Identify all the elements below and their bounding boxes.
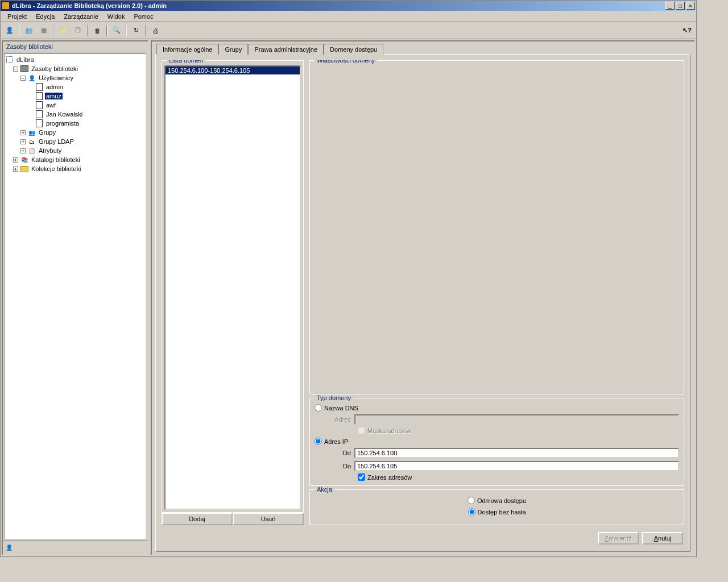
expand-icon[interactable]: + bbox=[20, 139, 26, 144]
tree-user-jan[interactable]: Jan Kowalski bbox=[6, 110, 144, 119]
expand-icon[interactable]: + bbox=[20, 148, 26, 153]
domain-list-legend: Lista domen bbox=[167, 60, 205, 64]
ip-radio[interactable] bbox=[315, 438, 322, 445]
search-icon[interactable]: 🔍 bbox=[110, 24, 123, 37]
expand-icon[interactable]: + bbox=[20, 130, 26, 135]
menu-zarzadzanie[interactable]: Zarządzanie bbox=[59, 12, 103, 21]
minimize-button[interactable]: _ bbox=[665, 2, 675, 10]
type-domain-fieldset: Typ domeny Nazwa DNS Adres bbox=[309, 398, 684, 486]
maximize-button[interactable]: □ bbox=[676, 2, 685, 10]
mask-checkbox bbox=[358, 427, 365, 434]
user-group-icon: 👤 bbox=[28, 74, 36, 82]
collapse-icon[interactable]: − bbox=[20, 76, 26, 81]
dlibra-icon bbox=[6, 56, 13, 63]
left-panel: Zasoby biblioteki dLibra − Zasoby biblio… bbox=[2, 40, 148, 555]
adres-input bbox=[354, 414, 679, 425]
cancel-button[interactable]: Anuluj bbox=[642, 532, 683, 544]
tree-zasoby[interactable]: − Zasoby biblioteki bbox=[6, 64, 144, 73]
props-legend: Właściwości domeny bbox=[315, 60, 377, 64]
confirm-button: Zatwierdź bbox=[598, 532, 639, 544]
catalog-icon: 📚 bbox=[20, 156, 28, 164]
type-legend: Typ domeny bbox=[315, 394, 353, 401]
document-icon bbox=[36, 83, 43, 91]
tree-kolekcje[interactable]: + Kolekcje biblioteki bbox=[6, 164, 144, 173]
properties-panel: Właściwości domeny Typ domeny Nazwa DNS … bbox=[309, 60, 684, 525]
deny-label: Odmowa dostępu bbox=[477, 497, 526, 504]
tree-atrybuty[interactable]: + 📋 Atrybuty bbox=[6, 146, 144, 155]
copy-icon: ❐ bbox=[71, 24, 85, 37]
tabs: Informacje ogólne Grupy Prawa administra… bbox=[155, 44, 690, 55]
collapse-icon[interactable]: − bbox=[13, 66, 18, 72]
app-icon bbox=[2, 2, 10, 10]
range-label: Zakres adresów bbox=[367, 474, 412, 481]
dialog-buttons: Zatwierdź Anuluj bbox=[162, 529, 684, 546]
user-icon: 👤 bbox=[5, 544, 13, 552]
group-icon: 👥 bbox=[28, 128, 36, 136]
expand-icon[interactable]: + bbox=[13, 157, 18, 163]
tree-user-amuz[interactable]: amuz bbox=[6, 92, 144, 101]
document-icon bbox=[36, 110, 43, 118]
ip-label: Adres IP bbox=[324, 438, 348, 445]
action-legend: Akcja bbox=[315, 486, 334, 493]
tab-groups[interactable]: Grupy bbox=[218, 44, 248, 55]
dns-radio[interactable] bbox=[315, 404, 322, 411]
adres-label: Adres bbox=[315, 416, 354, 423]
menu-pomoc[interactable]: Pomoc bbox=[129, 12, 158, 21]
tree-grupy-ldap[interactable]: + 🗂 Grupy LDAP bbox=[6, 137, 144, 146]
right-panel: Informacje ogólne Grupy Prawa administra… bbox=[151, 40, 695, 555]
tree-grupy[interactable]: + 👥 Grupy bbox=[6, 128, 144, 137]
od-input[interactable] bbox=[354, 448, 679, 458]
menu-edycja[interactable]: Edycja bbox=[31, 12, 59, 21]
close-button[interactable]: ✕ bbox=[686, 2, 695, 10]
expand-icon[interactable]: + bbox=[13, 167, 18, 172]
ldap-icon: 🗂 bbox=[28, 138, 36, 146]
document-icon bbox=[36, 101, 43, 109]
group-icon: 👥 bbox=[22, 24, 36, 37]
add-user-icon[interactable]: 👤 bbox=[3, 24, 16, 37]
document-icon bbox=[36, 119, 43, 127]
folder-icon: 📁 bbox=[56, 24, 70, 37]
app-window: dLibra - Zarządzanie Biblioteką (version… bbox=[0, 0, 697, 557]
menubar: Projekt Edycja Zarządzanie Widok Pomoc bbox=[1, 11, 696, 22]
left-panel-header: Zasoby biblioteki bbox=[3, 41, 147, 52]
tree-user-awf[interactable]: awf bbox=[6, 101, 144, 110]
domain-list-panel: Lista domen 150.254.6.100-150.254.6.105 … bbox=[162, 60, 304, 525]
window-title: dLibra - Zarządzanie Biblioteką (version… bbox=[12, 2, 167, 9]
tree-users[interactable]: − 👤 Użytkownicy bbox=[6, 73, 144, 82]
delete-icon[interactable]: 🗑 bbox=[90, 24, 104, 37]
nopass-label: Dostęp bez hasła bbox=[478, 509, 526, 516]
refresh-icon[interactable]: ↻ bbox=[129, 24, 143, 37]
tree-root[interactable]: dLibra bbox=[6, 55, 144, 64]
nopass-radio[interactable] bbox=[468, 508, 475, 516]
add-button[interactable]: Dodaj bbox=[162, 513, 233, 525]
folder-icon bbox=[20, 166, 28, 172]
range-checkbox[interactable] bbox=[358, 473, 365, 481]
remove-button[interactable]: Usuń bbox=[233, 513, 304, 525]
print-icon[interactable]: 🖨 bbox=[148, 24, 162, 37]
do-label: Do bbox=[315, 463, 354, 469]
do-input[interactable] bbox=[354, 461, 679, 471]
menu-projekt[interactable]: Projekt bbox=[3, 12, 31, 21]
action-fieldset: Akcja Odmowa dostępu Dostęp bez hasła bbox=[309, 489, 684, 525]
help-icon[interactable]: ↖? bbox=[680, 24, 694, 37]
menu-widok[interactable]: Widok bbox=[103, 12, 130, 21]
document-icon bbox=[36, 92, 43, 100]
tree-user-programista[interactable]: programista bbox=[6, 119, 144, 128]
titlebar: dLibra - Zarządzanie Biblioteką (version… bbox=[1, 1, 696, 11]
main-area: Zasoby biblioteki dLibra − Zasoby biblio… bbox=[1, 39, 696, 556]
tree-katalogi[interactable]: + 📚 Katalogi biblioteki bbox=[6, 155, 144, 164]
toolbar: 👤 👥 ▦ 📁 ❐ 🗑 🔍 ↻ 🖨 ↖? bbox=[1, 22, 696, 39]
list-item[interactable]: 150.254.6.100-150.254.6.105 bbox=[166, 66, 300, 74]
deny-radio[interactable] bbox=[468, 497, 475, 504]
mask-label: Maska adresów bbox=[367, 427, 411, 434]
attributes-icon: 📋 bbox=[28, 147, 36, 155]
od-label: Od bbox=[315, 450, 354, 456]
tree-container[interactable]: dLibra − Zasoby biblioteki − 👤 Użytkowni… bbox=[4, 53, 146, 539]
tab-admin[interactable]: Prawa administracyjne bbox=[248, 44, 324, 55]
server-icon bbox=[20, 65, 28, 72]
tree-user-admin[interactable]: admin bbox=[6, 82, 144, 92]
tab-general[interactable]: Informacje ogólne bbox=[156, 44, 218, 55]
tab-domains[interactable]: Domeny dostępu bbox=[324, 44, 383, 55]
domain-listbox[interactable]: 150.254.6.100-150.254.6.105 bbox=[164, 65, 301, 510]
dns-label: Nazwa DNS bbox=[324, 405, 358, 411]
